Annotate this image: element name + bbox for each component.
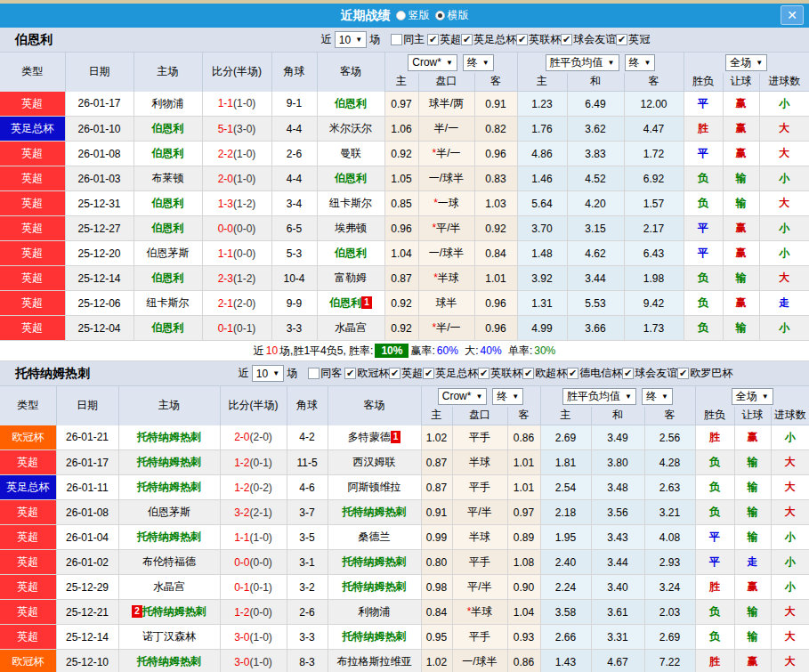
match-date-cell: 25-12-04	[65, 316, 133, 341]
handicap-home-odds: 0.98	[421, 575, 452, 600]
odds-source-select[interactable]: Crow*▼	[408, 54, 457, 71]
checkbox-checked-icon[interactable]	[567, 368, 578, 379]
tottenham-results-table: 类型 日期 主场 比分(半场) 角球 客场 Crow*▼ 终▼ 胜平负均值▼ 终…	[0, 385, 809, 672]
checkbox-checked-icon[interactable]	[516, 34, 528, 45]
close-button[interactable]: ✕	[781, 5, 804, 25]
radio-vertical-label: 竖版	[409, 8, 430, 23]
league-type-cell: 英超	[0, 216, 65, 241]
layout-radio-vertical[interactable]: 竖版	[396, 8, 430, 23]
checkbox-checked-icon[interactable]	[622, 368, 634, 379]
handicap-line: *平/半	[418, 216, 474, 241]
team-label: 阿斯顿维拉	[348, 481, 401, 493]
corner-cell: 3-3	[287, 625, 328, 650]
checkbox-checked-icon[interactable]	[461, 34, 473, 45]
score-cell: 3-0(1-0)	[220, 625, 287, 650]
goals-result: 小	[771, 525, 809, 550]
checkbox-unchecked-icon[interactable]	[391, 34, 402, 45]
handicap-away-odds: 0.96	[474, 142, 517, 166]
competition-checkbox[interactable]: 英冠	[616, 32, 650, 47]
final-select[interactable]: 终▼	[625, 54, 656, 71]
handicap-home-odds: 0.80	[421, 550, 452, 575]
match-row: 英超25-12-31伯恩利1-3(1-2)3-4纽卡斯尔0.85*一球1.035…	[0, 191, 809, 216]
team-label: 富勒姆	[335, 271, 367, 284]
competition-label: 英超	[440, 32, 461, 47]
match-row: 英超26-01-08伯恩利2-2(1-0)2-6曼联0.92*半/一0.964.…	[0, 142, 809, 166]
competition-checkbox[interactable]: 英足总杯	[461, 32, 516, 47]
checkbox-checked-icon[interactable]	[677, 368, 689, 379]
avg-select[interactable]: 胜平负均值▼	[546, 54, 619, 71]
competition-checkbox[interactable]: 球会友谊	[561, 32, 616, 47]
handicap-line: *半球	[418, 266, 474, 291]
avg-draw-odds: 5.53	[567, 291, 624, 316]
competition-label: 球会友谊	[573, 32, 616, 47]
handicap-home-odds: 0.97	[384, 92, 418, 117]
goals-result: 大	[771, 625, 809, 650]
competition-checkbox[interactable]: 欧超杯	[522, 366, 567, 381]
odds-source-select[interactable]: Crow*▼	[438, 388, 488, 405]
handicap-result: 输	[723, 191, 759, 216]
competition-checkbox[interactable]: 德电信杯	[567, 366, 622, 381]
radio-checked-icon[interactable]	[435, 11, 445, 20]
same-side-checkbox[interactable]: 同客	[308, 366, 342, 381]
fulltime-score: 3-0	[234, 631, 249, 644]
final-select[interactable]: 终▼	[463, 54, 494, 71]
checkbox-unchecked-icon[interactable]	[308, 368, 320, 379]
col-date: 日期	[65, 53, 133, 92]
near-count-select[interactable]: 10▼	[252, 365, 284, 382]
match-row: 英超25-12-14诺丁汉森林3-0(1-0)3-3托特纳姆热刺0.95平手0.…	[0, 625, 809, 650]
score-cell: 5-1(3-0)	[202, 117, 271, 142]
checkbox-checked-icon[interactable]	[561, 34, 572, 45]
avg-away-odds: 2.03	[644, 600, 695, 625]
col-home: 主场	[133, 53, 202, 92]
handicap-line: *半球	[452, 600, 507, 625]
avg-home-odds: 3.70	[517, 216, 567, 241]
checkbox-checked-icon[interactable]	[427, 34, 439, 45]
col-avg-draw: 和	[567, 73, 624, 92]
match-row: 英超25-12-20伯恩茅斯1-1(0-0)5-3伯恩利1.04一/球半0.84…	[0, 241, 809, 266]
col-avg-away: 客	[624, 73, 684, 92]
final-select[interactable]: 终▼	[642, 388, 673, 405]
wdl-result: 负	[695, 500, 734, 525]
home-team-cell: 水晶宫	[118, 575, 220, 600]
handicap-away-odds: 1.01	[507, 450, 540, 475]
checkbox-checked-icon[interactable]	[616, 34, 627, 45]
summary-text: 近	[254, 344, 264, 359]
competition-checkbox[interactable]: 欧冠杯	[344, 366, 389, 381]
team-label: 多特蒙德	[348, 431, 391, 443]
checkbox-checked-icon[interactable]	[344, 368, 356, 379]
corner-cell: 4-4	[271, 117, 317, 142]
competition-checkbox[interactable]: 英联杯	[478, 366, 522, 381]
team-label: 纽卡斯尔	[147, 296, 190, 309]
avg-home-odds: 2.40	[540, 550, 591, 575]
competition-checkbox[interactable]: 球会友谊	[622, 366, 677, 381]
avg-away-odds: 2.69	[644, 625, 695, 650]
team-label: 桑德兰	[359, 530, 391, 543]
corner-cell: 4-2	[287, 425, 328, 450]
radio-icon[interactable]	[396, 11, 406, 20]
checkbox-checked-icon[interactable]	[423, 368, 434, 379]
scope-select[interactable]: 全场▼	[725, 54, 767, 71]
col-away: 客场	[328, 386, 421, 425]
section-bar-burnley: 伯恩利 近 10▼ 场 同主 英超英足总杯英联杯球会友谊英冠	[0, 28, 809, 52]
checkbox-checked-icon[interactable]	[522, 368, 534, 379]
fulltime-score: 2-3	[218, 272, 233, 285]
away-team-cell: 水晶宫	[317, 316, 384, 341]
layout-radio-horizontal[interactable]: 横版	[435, 8, 469, 23]
checkbox-checked-icon[interactable]	[478, 368, 489, 379]
col-score: 比分(半场)	[202, 53, 271, 92]
scope-select[interactable]: 全场▼	[732, 388, 773, 405]
same-side-checkbox[interactable]: 同主	[391, 32, 425, 47]
avg-select[interactable]: 胜平负均值▼	[562, 388, 636, 405]
checkbox-checked-icon[interactable]	[389, 368, 400, 379]
near-count-select[interactable]: 10▼	[335, 31, 367, 48]
competition-checkbox[interactable]: 英超	[389, 366, 423, 381]
final-select[interactable]: 终▼	[492, 388, 523, 405]
competition-checkbox[interactable]: 欧罗巴杯	[677, 366, 732, 381]
competition-checkbox[interactable]: 英超	[427, 32, 461, 47]
competition-checkbox[interactable]: 英联杯	[516, 32, 561, 47]
competition-checkbox[interactable]: 英足总杯	[423, 366, 478, 381]
col-wdl: 胜负	[695, 407, 734, 425]
fulltime-score: 2-0	[234, 431, 249, 443]
score-cell: 1-2(0-1)	[220, 450, 287, 475]
match-row: 英超25-12-14伯恩利2-3(1-2)10-4富勒姆0.87*半球1.013…	[0, 266, 809, 291]
